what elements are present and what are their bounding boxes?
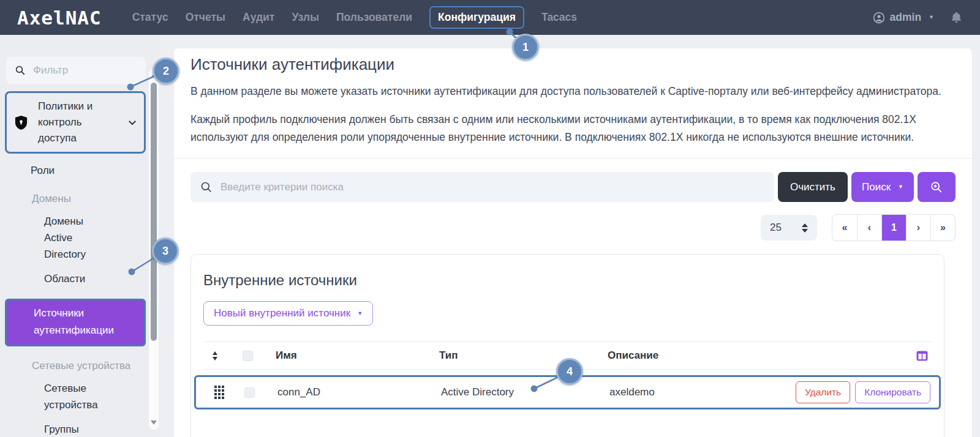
- sidebar: Политики и контроль доступа Роли Домены …: [0, 35, 159, 437]
- chevron-down-icon: ▼: [357, 311, 363, 316]
- username: admin: [890, 11, 922, 24]
- select-arrows-icon: [802, 223, 808, 233]
- row-checkbox[interactable]: [244, 387, 255, 398]
- advanced-search-button[interactable]: [918, 172, 956, 202]
- row-type: Active Directory: [441, 386, 609, 398]
- search-toolbar: Очистить Поиск ▼: [190, 172, 956, 202]
- pagination-toolbar: 25 « ‹ 1 › »: [190, 215, 956, 241]
- page-body: Политики и контроль доступа Роли Домены …: [0, 35, 980, 437]
- nav-nodes[interactable]: Узлы: [292, 11, 319, 24]
- sidebar-filter[interactable]: [6, 57, 146, 84]
- callout-badge-2: 2: [153, 58, 179, 84]
- clear-button[interactable]: Очистить: [778, 172, 848, 202]
- nav-users[interactable]: Пользователи: [336, 11, 412, 24]
- callout-badge-1: 1: [512, 34, 539, 61]
- search-icon: [200, 181, 213, 193]
- pager: « ‹ 1 › »: [832, 214, 956, 241]
- shield-icon: [14, 115, 28, 130]
- delete-button[interactable]: Удалить: [796, 381, 850, 403]
- pager-page-1[interactable]: 1: [881, 215, 906, 241]
- notifications-bell-icon[interactable]: [950, 11, 963, 24]
- pager-first[interactable]: «: [832, 215, 857, 241]
- section-divider: [174, 158, 972, 159]
- sidebar-item-auth-sources[interactable]: Источники аутентификации: [5, 299, 146, 346]
- main-nav: Статус Отчеты Аудит Узлы Пользователи Ко…: [132, 6, 577, 29]
- sidebar-item-label: Политики и контроль доступа: [38, 99, 111, 146]
- pager-next[interactable]: ›: [906, 215, 930, 241]
- user-icon: [873, 12, 885, 24]
- intro-paragraph-1: В данном разделе вы можете указать источ…: [190, 83, 956, 100]
- page-size-value: 25: [770, 222, 782, 234]
- search-button[interactable]: Поиск ▼: [851, 172, 914, 202]
- sidebar-item-ad-domains[interactable]: Домены Active Directory: [0, 213, 98, 263]
- search-field[interactable]: [190, 172, 774, 202]
- nav-reports[interactable]: Отчеты: [186, 11, 225, 24]
- intro-paragraph-2: Каждый профиль подключения должен быть с…: [190, 111, 956, 146]
- pager-last[interactable]: »: [930, 215, 955, 241]
- select-all-checkbox[interactable]: [243, 351, 253, 361]
- scrollbar-down-arrow[interactable]: [151, 420, 157, 425]
- nav-configuration[interactable]: Конфигурация: [429, 6, 524, 29]
- sidebar-section-domains: Домены: [0, 193, 159, 205]
- column-header-name[interactable]: Имя: [276, 349, 439, 362]
- chevron-down-icon: [127, 117, 138, 128]
- new-internal-source-button[interactable]: Новый внутренний источник ▼: [203, 301, 373, 326]
- clone-button[interactable]: Клонировать: [855, 381, 930, 403]
- sidebar-item-realms[interactable]: Области: [0, 271, 141, 287]
- chevron-down-icon: ▼: [898, 184, 903, 190]
- column-header-description[interactable]: Описание: [608, 349, 916, 362]
- columns-settings-icon[interactable]: [916, 351, 928, 361]
- chevron-down-icon: ▼: [929, 15, 934, 20]
- callout-badge-4: 4: [556, 358, 583, 385]
- column-header-type[interactable]: Тип: [439, 349, 608, 362]
- sidebar-filter-input[interactable]: [33, 64, 125, 77]
- nav-tacacs[interactable]: Tacacs: [541, 11, 577, 24]
- top-navigation-bar: AxelNAC Статус Отчеты Аудит Узлы Пользов…: [0, 0, 980, 35]
- row-name[interactable]: conn_AD: [277, 386, 441, 398]
- zoom-in-search-icon: [930, 181, 943, 194]
- search-button-label: Поиск: [862, 181, 891, 193]
- sort-icon[interactable]: [213, 351, 217, 360]
- sidebar-section-network-devices: Сетевые устройства: [0, 360, 159, 372]
- row-description: axeldemo: [609, 386, 796, 398]
- sidebar-item-policies[interactable]: Политики и контроль доступа: [5, 91, 146, 154]
- nav-audit[interactable]: Аудит: [243, 11, 274, 24]
- search-icon: [15, 65, 26, 76]
- scrollbar-thumb[interactable]: [151, 83, 157, 341]
- sidebar-item-network-devices[interactable]: Сетевые устройства: [0, 380, 98, 413]
- user-menu[interactable]: admin ▼: [873, 11, 934, 24]
- card-title: Внутренние источники: [203, 272, 932, 289]
- nav-status[interactable]: Статус: [132, 11, 168, 24]
- search-input[interactable]: [221, 181, 764, 193]
- page-size-select[interactable]: 25: [761, 215, 817, 241]
- internal-sources-card: Внутренние источники Новый внутренний ис…: [190, 254, 944, 437]
- page-title: Источники аутентификации: [190, 55, 956, 74]
- pager-prev[interactable]: ‹: [857, 215, 881, 241]
- callout-badge-3: 3: [152, 237, 179, 264]
- sidebar-item-roles[interactable]: Роли: [0, 165, 159, 177]
- app-logo: AxelNAC: [17, 7, 102, 29]
- new-internal-source-label: Новый внутренний источник: [214, 307, 350, 319]
- drag-handle-icon[interactable]: [214, 386, 224, 399]
- sidebar-item-network-device-groups[interactable]: Группы сетевых устройств: [0, 421, 104, 437]
